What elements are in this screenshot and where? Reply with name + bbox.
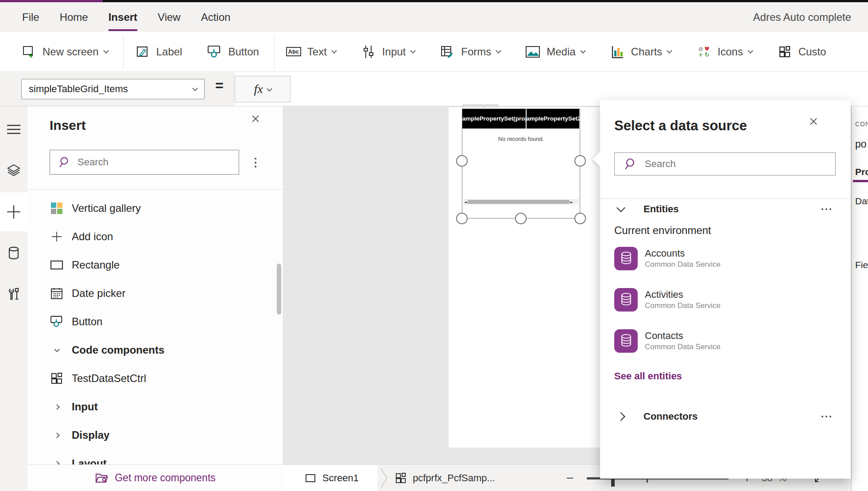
tools-icon [8,287,20,301]
group-layout[interactable]: Layout [27,449,283,464]
text-icon: Abc [286,47,301,56]
chevron-down-icon [666,48,672,54]
dataset-control-headers: samplePropertySet(prop samplePropertySet… [462,109,579,129]
list-item-date-picker[interactable]: Date picker [27,279,283,308]
divider [852,183,868,183]
resize-handle-bottom-center[interactable] [515,213,527,224]
entity-item-contacts[interactable]: Contacts Common Data Service [614,329,836,353]
more-options-button[interactable] [822,416,831,417]
entity-name: Accounts [645,247,721,260]
ribbon-button-button[interactable]: Button [207,45,259,58]
group-code-components[interactable]: Code components [27,336,283,364]
get-more-components-link[interactable]: Get more components [27,465,283,491]
see-all-entities-link[interactable]: See all entities [614,370,682,382]
menu-bar: File Home Insert View Action Adres Auto … [0,2,868,32]
advanced-tools-rail-button[interactable] [0,275,27,314]
ribbon-media-button[interactable]: Media [525,46,585,58]
group-input[interactable]: Input [27,393,283,421]
chevron-down-icon [496,48,501,54]
ribbon-input-button[interactable]: Input [361,45,415,59]
flyout-title: Select a data source [614,118,747,134]
button-icon [49,316,65,328]
list-item-label: Date picker [72,287,125,300]
entity-service: Common Data Service [645,260,721,269]
scrollbar-thumb[interactable] [468,200,570,204]
insert-panel-close-button[interactable] [256,119,266,129]
entity-item-activities[interactable]: Activities Common Data Service [614,288,836,312]
ribbon-item-label: Text [307,46,327,58]
forms-icon [440,45,455,58]
connectors-section-header[interactable]: Connectors [600,407,851,426]
zoom-out-button[interactable]: − [566,465,574,491]
column-header: samplePropertySet(prop [462,109,527,129]
ribbon-icons-button[interactable]: ⊘♥+↻ Icons [696,46,752,58]
hamburger-menu-button[interactable] [0,110,27,149]
resize-handle-left[interactable] [456,155,468,167]
database-icon [8,246,20,260]
entity-name: Activities [645,288,721,301]
menu-item-insert[interactable]: Insert [108,2,137,32]
divider [27,189,283,190]
breadcrumb-separator [380,468,389,490]
menu-item-file[interactable]: File [22,2,39,32]
ribbon-new-screen-button[interactable]: New screen [21,45,108,59]
button-icon [207,45,222,58]
menu-item-home[interactable]: Home [60,2,88,32]
ribbon-toolbar: New screen Label Button Abc Text Inpu [0,32,868,72]
resize-handle-right[interactable] [574,155,586,167]
breadcrumb-component[interactable]: pcfprfx_PcfSamp... [395,465,495,491]
entity-item-accounts[interactable]: Accounts Common Data Service [614,246,836,270]
section-label: Entities [643,203,678,215]
chevron-down-icon [748,48,753,54]
chevron-right-icon [49,433,65,437]
flyout-close-button[interactable] [814,121,825,133]
group-display[interactable]: Display [27,421,283,449]
calendar-icon [49,287,65,300]
tab-properties[interactable]: Pro [855,167,868,177]
search-input[interactable] [645,158,822,170]
ribbon-item-label: Icons [717,46,743,58]
list-item-label: Rectangle [72,259,120,271]
list-item-add-icon[interactable]: Add icon [27,222,283,251]
list-item-vertical-gallery[interactable]: Vertical gallery [27,194,283,222]
data-sources-rail-button[interactable] [0,234,27,273]
more-vertical-icon [255,158,256,160]
menu-item-view[interactable]: View [158,2,181,32]
section-label: Connectors [643,411,698,422]
component-icon [49,372,65,385]
control-caption: CON [855,121,868,128]
footer-link-label: Get more components [115,472,216,484]
insert-rail-button[interactable] [0,192,27,231]
group-label: Display [72,429,109,441]
resize-handle-bottom-left[interactable] [456,213,468,224]
list-item-testdatasetctrl[interactable]: TestDataSetCtrl [27,364,283,393]
ribbon-item-label: New screen [43,46,99,58]
chevron-down-icon [267,86,272,92]
ribbon-forms-button[interactable]: Forms [440,45,500,58]
more-options-button[interactable] [822,208,831,210]
tree-view-button[interactable] [0,151,27,190]
scroll-left-icon: ◄ [463,200,468,204]
entities-section-header[interactable]: Entities [600,199,851,219]
ribbon-label-button[interactable]: Label [135,46,182,58]
insert-component-list: Vertical gallery Add icon Rectangle Date… [27,194,283,464]
fx-button[interactable]: fx [235,76,291,102]
horizontal-scrollbar[interactable]: ◄ ► [463,199,579,205]
resize-handle-bottom-right[interactable] [574,213,586,224]
property-selector-dropdown[interactable]: simpleTableGrid_Items [21,79,205,99]
ribbon-item-label: Input [382,46,406,58]
tab-screen1[interactable]: Screen1 [283,465,377,491]
search-input[interactable] [78,156,224,168]
ribbon-text-button[interactable]: Abc Text [286,46,336,58]
more-options-button[interactable] [251,156,260,169]
list-item-button[interactable]: Button [27,308,283,336]
menu-item-action[interactable]: Action [201,2,231,32]
property-selector-value: simpleTableGrid_Items [29,83,128,95]
powerapps-studio: File Home Insert View Action Adres Auto … [0,0,868,491]
scroll-right-icon: ► [570,200,574,204]
list-item-rectangle[interactable]: Rectangle [27,251,283,279]
ribbon-custom-button[interactable]: Custo [777,46,826,58]
ribbon-charts-button[interactable]: Charts [610,45,672,58]
scrollbar[interactable] [277,264,281,315]
chevron-down-icon [103,48,109,54]
